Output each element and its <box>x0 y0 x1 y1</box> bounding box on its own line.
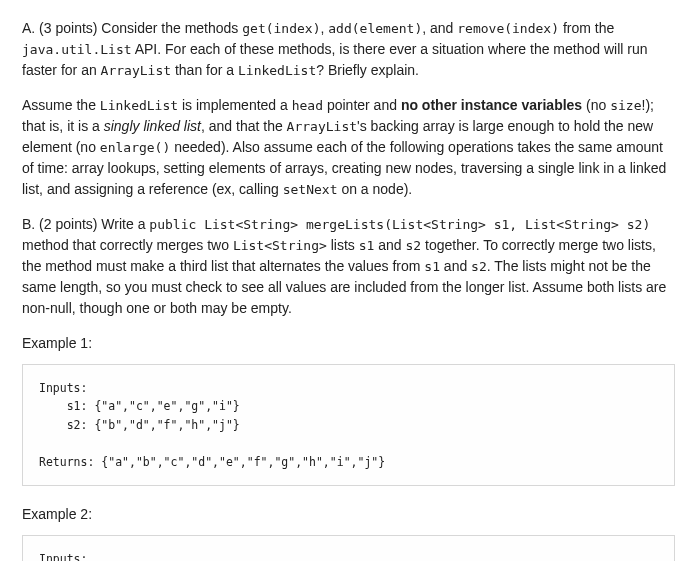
text: pointer and <box>323 97 401 113</box>
code-s1: s1 <box>424 259 440 274</box>
text: (no <box>582 97 610 113</box>
text: ? Briefly explain. <box>316 62 419 78</box>
code-method-sig: public List<String> mergeLists(List<Stri… <box>149 217 650 232</box>
text: A. (3 points) Consider the methods <box>22 20 242 36</box>
text: method that correctly merges two <box>22 237 233 253</box>
example-2-code: Inputs: s1: {"p","o"} s2: {"r","d","a","… <box>22 535 675 561</box>
text: Assume the <box>22 97 100 113</box>
part-b-paragraph: B. (2 points) Write a public List<String… <box>22 214 675 319</box>
italic-singly-linked: singly linked list <box>104 118 201 134</box>
example-1-code: Inputs: s1: {"a","c","e","g","i"} s2: {"… <box>22 364 675 486</box>
code-add: add(element) <box>328 21 422 36</box>
code-s2: s2 <box>471 259 487 274</box>
code-size: size <box>610 98 641 113</box>
code-get: get(index) <box>242 21 320 36</box>
text: and <box>440 258 471 274</box>
text: B. (2 points) Write a <box>22 216 149 232</box>
text: and <box>374 237 405 253</box>
text: , and <box>422 20 457 36</box>
code-setnext: setNext <box>283 182 338 197</box>
example-2-label: Example 2: <box>22 504 675 525</box>
code-s1: s1 <box>359 238 375 253</box>
text: lists <box>327 237 359 253</box>
code-linkedlist: LinkedList <box>238 63 316 78</box>
code-remove: remove(index) <box>457 21 559 36</box>
text: is implemented a <box>178 97 292 113</box>
code-list-string: List<String> <box>233 238 327 253</box>
code-s2: s2 <box>405 238 421 253</box>
text: , and that the <box>201 118 287 134</box>
code-head: head <box>292 98 323 113</box>
text: on a node). <box>338 181 413 197</box>
example-1-label: Example 1: <box>22 333 675 354</box>
text: from the <box>559 20 614 36</box>
code-enlarge: enlarge() <box>100 140 170 155</box>
part-a-paragraph-2: Assume the LinkedList is implemented a h… <box>22 95 675 200</box>
code-arraylist: ArrayList <box>287 119 357 134</box>
code-arraylist: ArrayList <box>101 63 171 78</box>
bold-no-other-vars: no other instance variables <box>401 97 582 113</box>
text: than for a <box>171 62 238 78</box>
part-a-paragraph-1: A. (3 points) Consider the methods get(i… <box>22 18 675 81</box>
code-api: java.util.List <box>22 42 132 57</box>
code-linkedlist: LinkedList <box>100 98 178 113</box>
